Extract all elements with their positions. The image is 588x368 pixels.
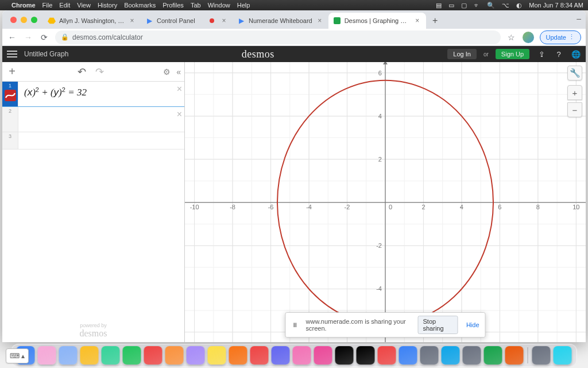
dock-app[interactable] (102, 346, 120, 365)
expression-settings-icon[interactable]: ⚙ (163, 67, 171, 76)
pause-share-icon[interactable]: ⏸ (292, 321, 298, 328)
url-field[interactable]: 🔒 desmos.com/calculator (55, 30, 501, 44)
keyboard-toggle[interactable]: ⌨ ▴ (6, 348, 29, 363)
delete-expression-icon[interactable]: × (177, 84, 182, 94)
share-icon[interactable]: ⇪ (536, 50, 547, 59)
collapse-panel-icon[interactable]: « (176, 67, 181, 76)
stop-sharing-button[interactable]: Stop sharing (417, 316, 458, 334)
powered-label: powered by (80, 323, 107, 328)
close-tab-icon[interactable]: × (128, 17, 136, 25)
dock-app[interactable] (293, 346, 311, 365)
dock-app[interactable] (484, 346, 502, 365)
expression-row[interactable]: 3 (2, 132, 184, 150)
dock-app[interactable] (165, 346, 184, 365)
minimize-window[interactable] (21, 17, 27, 23)
menu-history[interactable]: History (98, 2, 117, 9)
dock-app[interactable] (420, 346, 439, 365)
back-button[interactable]: ← (7, 32, 17, 43)
dock-app[interactable] (357, 346, 375, 365)
dock-app[interactable] (314, 346, 332, 365)
dock-app[interactable] (187, 346, 205, 365)
dock-app[interactable] (378, 346, 396, 365)
expression-input[interactable] (18, 107, 184, 132)
dock-app[interactable] (399, 346, 417, 365)
signup-button[interactable]: Sign Up (496, 49, 529, 59)
menu-file[interactable]: File (42, 2, 53, 9)
svg-text:-2: -2 (376, 242, 382, 249)
new-tab-button[interactable]: + (428, 14, 442, 28)
svg-text:10: 10 (572, 204, 579, 210)
update-button[interactable]: Update⋮ (540, 30, 581, 44)
menu-view[interactable]: View (77, 2, 91, 9)
tray-icon[interactable]: ▭ (448, 2, 454, 9)
dock-app[interactable] (80, 346, 99, 365)
control-center-icon[interactable]: ⌥ (502, 2, 509, 9)
dock-app[interactable] (554, 346, 572, 365)
graph-canvas[interactable]: -10-8-6-4-20246810-6-4-2246 (185, 62, 586, 342)
browser-tab[interactable]: Allyn J. Washington, Richard S× (43, 13, 141, 29)
siri-icon[interactable]: ◐ (516, 2, 522, 9)
dock-app[interactable] (59, 346, 78, 365)
address-bar: ← → ⟳ 🔒 desmos.com/calculator ☆ Update⋮ (2, 29, 586, 46)
collapse-window-icon[interactable]: – (577, 14, 581, 23)
graph-settings-icon[interactable]: 🔧 (567, 66, 582, 80)
dock-app[interactable] (38, 346, 56, 365)
delete-expression-icon[interactable]: × (177, 109, 182, 120)
expression-input[interactable] (18, 132, 184, 149)
undo-button[interactable]: ↶ (78, 66, 86, 78)
menu-help[interactable]: Help (237, 2, 250, 9)
dock-app[interactable] (272, 346, 290, 365)
browser-tab[interactable]: Desmos | Graphing Calculator× (328, 13, 426, 29)
profile-avatar[interactable] (523, 32, 534, 43)
dock-app[interactable] (229, 346, 247, 365)
dock-app[interactable] (123, 346, 141, 365)
expression-input[interactable]: (x)2 + (y)2 = 32 (18, 82, 184, 106)
zoom-out-button[interactable]: − (567, 102, 582, 117)
dock-app[interactable] (335, 346, 354, 365)
login-button[interactable]: Log In (447, 49, 477, 59)
favicon: ▶ (145, 17, 153, 25)
close-tab-icon[interactable]: × (220, 17, 228, 25)
close-window[interactable] (10, 17, 17, 23)
menu-tab[interactable]: Tab (191, 2, 201, 9)
graph-title[interactable]: Untitled Graph (24, 50, 68, 58)
tab-strip: Allyn J. Washington, Richard S×▶Control … (2, 10, 586, 29)
expression-row[interactable]: 1 (x)2 + (y)2 = 32 × (2, 82, 184, 107)
help-icon[interactable]: ? (554, 50, 564, 59)
add-expression-button[interactable]: + (6, 66, 18, 78)
tray-icon[interactable]: ▤ (436, 2, 442, 9)
menubar-clock[interactable]: Mon Jun 7 8:34 AM (529, 2, 583, 9)
close-tab-icon[interactable]: × (316, 17, 324, 25)
hide-banner-button[interactable]: Hide (466, 321, 479, 328)
close-tab-icon[interactable]: × (413, 17, 421, 25)
redo-button[interactable]: ↷ (95, 66, 104, 78)
zoom-in-button[interactable]: + (567, 85, 582, 100)
expression-toolbar: + ↶ ↷ ⚙ « (2, 62, 184, 82)
dock-app[interactable] (505, 346, 524, 365)
menu-bookmarks[interactable]: Bookmarks (124, 2, 156, 9)
browser-tab[interactable]: ▶Control Panel× (141, 13, 233, 29)
dock-app[interactable] (532, 346, 551, 365)
wifi-icon[interactable]: ᯤ (474, 2, 480, 9)
browser-tab[interactable]: ▶Numerade Whiteboard× (233, 13, 328, 29)
dock-app[interactable] (250, 346, 269, 365)
bookmark-star-icon[interactable]: ☆ (506, 33, 517, 42)
reload-button[interactable]: ⟳ (39, 32, 49, 43)
graph-area[interactable]: -10-8-6-4-20246810-6-4-2246 🔧 + − ⏸ www.… (185, 62, 586, 342)
expression-row[interactable]: 2 × (2, 107, 184, 132)
dock-app[interactable] (208, 346, 226, 365)
dock-app[interactable] (442, 346, 460, 365)
menubar-app-name[interactable]: Chrome (11, 2, 36, 9)
dock-app[interactable] (463, 346, 481, 365)
dock-app[interactable] (144, 346, 163, 365)
curve-color-icon[interactable] (5, 90, 16, 101)
menu-window[interactable]: Window (208, 2, 230, 9)
spotlight-icon[interactable]: 🔍 (487, 2, 495, 9)
hamburger-menu[interactable] (7, 51, 17, 57)
menu-profiles[interactable]: Profiles (163, 2, 184, 9)
language-icon[interactable]: 🌐 (571, 50, 581, 59)
fullscreen-window[interactable] (31, 17, 37, 23)
battery-icon[interactable]: ▢ (461, 2, 467, 9)
menu-edit[interactable]: Edit (59, 2, 70, 9)
forward-button[interactable]: → (23, 32, 33, 43)
